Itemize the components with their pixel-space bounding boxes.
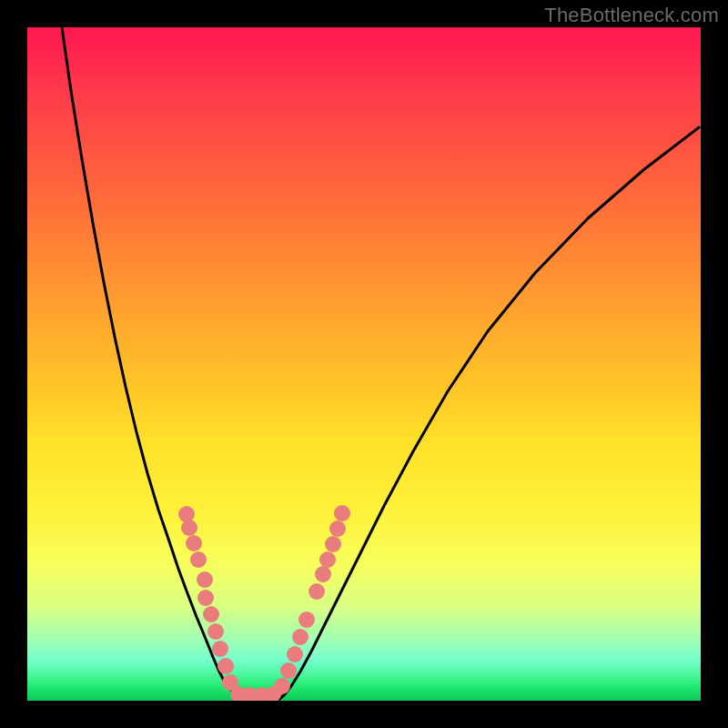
data-point (197, 590, 214, 606)
data-point (190, 551, 207, 568)
data-point (203, 606, 219, 622)
data-point (253, 687, 269, 701)
curve-group (62, 27, 699, 701)
data-point (265, 686, 281, 701)
data-point (181, 520, 197, 536)
data-point (334, 505, 350, 521)
plot-area (27, 27, 701, 701)
watermark-text: TheBottleneck.com (544, 4, 719, 27)
data-point (212, 641, 228, 657)
data-point (287, 646, 303, 662)
data-point (178, 506, 195, 522)
data-point (197, 571, 213, 588)
data-point (292, 629, 308, 645)
data-point (274, 678, 290, 694)
data-point (308, 583, 325, 600)
data-point (280, 662, 297, 679)
data-point (315, 566, 331, 582)
chart-frame: TheBottleneck.com (0, 0, 728, 728)
marker-group (178, 505, 350, 701)
curve-layer (27, 27, 701, 701)
data-point (325, 536, 341, 552)
data-point (186, 535, 202, 551)
data-point (207, 623, 224, 640)
data-point (241, 687, 258, 701)
data-point (230, 686, 247, 701)
data-point (319, 551, 336, 568)
data-point (222, 674, 238, 691)
data-point (217, 658, 234, 674)
data-point (329, 521, 346, 537)
data-point (298, 612, 315, 628)
bottleneck-curve (62, 27, 699, 701)
